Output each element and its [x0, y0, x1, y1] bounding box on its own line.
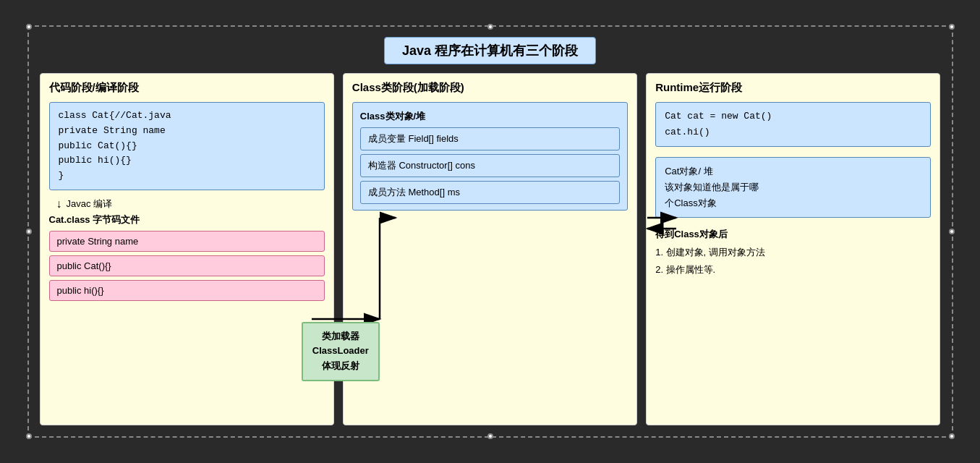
left-code-box: class Cat{//Cat.java private String name…: [49, 102, 325, 190]
runtime-code-box: Cat cat = new Cat() cat.hi(): [655, 102, 931, 147]
action-item-1: 1. 创建对象, 调用对象方法: [655, 244, 931, 260]
left-column-title: 代码阶段/编译阶段: [49, 81, 325, 95]
action-item-2: 2. 操作属性等.: [655, 261, 931, 278]
bytecode-section: Cat.class 字节码文件 private String name publ…: [49, 213, 325, 301]
classloader-box: 类加载器 ClassLoader 体现反射: [302, 322, 380, 381]
bytecode-item-1: private String name: [49, 231, 325, 252]
class-obj-item-2: 构造器 Constructor[] cons: [360, 154, 620, 177]
runtime-code-line-2: cat.hi(): [665, 124, 921, 140]
dot-right-center: [949, 229, 955, 234]
columns-wrapper: 代码阶段/编译阶段 class Cat{//Cat.java private S…: [40, 73, 941, 425]
dot-left-center: [26, 229, 32, 234]
code-line-3: public Cat(){}: [59, 139, 315, 154]
right-column: Runtime运行阶段 Cat cat = new Cat() cat.hi()…: [646, 73, 940, 425]
action-title: 得到Class对象后: [655, 228, 931, 241]
main-container: Java 程序在计算机有三个阶段 代码阶段/编译阶段 class Cat{//C…: [17, 14, 964, 449]
class-obj-title: Class类对象/堆: [360, 110, 620, 123]
cat-obj-desc: Cat对象/ 堆 该对象知道他是属于哪 个Class对象: [655, 157, 931, 218]
bytecode-item-3: public hi(){}: [49, 280, 325, 301]
code-line-1: class Cat{//Cat.java: [59, 109, 315, 124]
corner-dot-tr: [949, 24, 955, 30]
javac-label: Javac 编译: [67, 197, 113, 211]
middle-column: Class类阶段(加载阶段) Class类对象/堆 成员变量 Field[] f…: [343, 73, 637, 425]
corner-dot-tl: [26, 24, 32, 30]
left-column: 代码阶段/编译阶段 class Cat{//Cat.java private S…: [40, 73, 334, 425]
code-line-5: }: [59, 169, 315, 184]
dot-bottom-center: [487, 433, 493, 439]
runtime-code-line-1: Cat cat = new Cat(): [665, 109, 921, 124]
right-column-title: Runtime运行阶段: [655, 81, 931, 95]
middle-column-title: Class类阶段(加载阶段): [352, 81, 628, 95]
corner-dot-br: [949, 433, 955, 439]
code-line-2: private String name: [59, 124, 315, 139]
bytecode-title: Cat.class 字节码文件: [49, 213, 325, 226]
corner-dot-bl: [26, 433, 32, 439]
bytecode-item-2: public Cat(){}: [49, 255, 325, 276]
classloader-label-1: 类加载器: [310, 329, 371, 344]
cat-obj-line-2: 该对象知道他是属于哪: [665, 179, 921, 195]
arrow-down-icon: ↓: [56, 197, 62, 211]
dot-top-center: [487, 24, 493, 30]
classloader-label-2: ClassLoader: [310, 344, 371, 359]
cat-obj-line-1: Cat对象/ 堆: [665, 163, 921, 179]
cat-obj-line-3: 个Class对象: [665, 195, 921, 211]
class-obj-item-3: 成员方法 Method[] ms: [360, 181, 620, 204]
class-obj-container: Class类对象/堆 成员变量 Field[] fields 构造器 Const…: [352, 102, 628, 211]
action-desc: 得到Class对象后 1. 创建对象, 调用对象方法 2. 操作属性等.: [655, 228, 931, 278]
javac-arrow-label: ↓ Javac 编译: [56, 197, 325, 211]
class-obj-item-1: 成员变量 Field[] fields: [360, 127, 620, 150]
main-title: Java 程序在计算机有三个阶段: [384, 37, 596, 64]
diagram-wrapper: Java 程序在计算机有三个阶段 代码阶段/编译阶段 class Cat{//C…: [27, 25, 953, 438]
code-line-4: public hi(){}: [59, 153, 315, 169]
classloader-label-3: 体现反射: [310, 359, 371, 374]
